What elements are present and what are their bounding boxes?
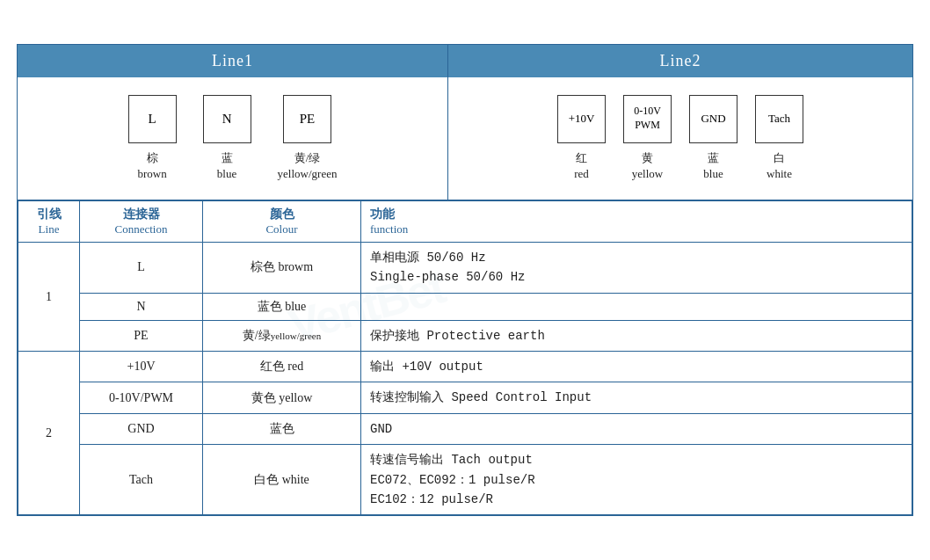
th-line-en: Line (39, 222, 60, 236)
main-container: Line1 Line2 L 棕brown N 蓝blue PE 黄/绿yello… (17, 44, 913, 517)
connector-box-GND: GND (689, 95, 737, 143)
diagram-line2: +10V 红red 0-10VPWM 黄yellow GND 蓝blue Tac… (448, 77, 912, 200)
table-wrapper: 引线 Line 连接器 Connection 颜色 Colour 功能 func… (18, 200, 912, 516)
table-row-2-GND: GND 蓝色 GND (18, 413, 912, 444)
td-conn-Tach: Tach (80, 445, 203, 515)
th-conn-en: Connection (115, 222, 168, 236)
th-func: 功能 function (361, 200, 912, 242)
td-func-Tach: 转速信号输出 Tach output EC072、EC092：1 pulse/R… (361, 445, 912, 515)
th-color: 颜色 Colour (203, 200, 361, 242)
connector-Tach: Tach 白white (755, 95, 803, 182)
connector-label-PE: 黄/绿yellow/green (278, 150, 338, 182)
td-line-2: 2 (18, 352, 80, 515)
td-func-PE: 保护接地 Protective earth (361, 320, 912, 351)
th-line-zh: 引线 (37, 207, 62, 221)
td-color-PE: 黄/绿yellow/green (203, 320, 361, 351)
connector-GND: GND 蓝blue (689, 95, 737, 182)
td-func-GND: GND (361, 413, 912, 444)
td-color-GND: 蓝色 (203, 413, 361, 444)
connector-box-Tach: Tach (755, 95, 803, 143)
connector-PWM: 0-10VPWM 黄yellow (623, 95, 672, 182)
connector-label-N: 蓝blue (217, 150, 236, 182)
td-color-L: 棕色 browm (203, 242, 361, 293)
header-line1: Line1 (18, 45, 448, 77)
connector-N: N 蓝blue (203, 95, 251, 182)
td-func-10V: 输出 +10V output (361, 352, 912, 382)
connector-label-10V: 红red (574, 150, 589, 182)
th-line: 引线 Line (18, 200, 80, 242)
th-func-en: function (370, 222, 408, 236)
td-conn-L: L (80, 242, 203, 293)
td-conn-10V: +10V (80, 352, 203, 382)
th-func-zh: 功能 (370, 207, 395, 221)
td-conn-N: N (80, 293, 203, 320)
table-row-1-PE: PE 黄/绿yellow/green 保护接地 Protective earth (18, 320, 912, 351)
td-color-N: 蓝色 blue (203, 293, 361, 320)
table-row-2-Tach: Tach 白色 white 转速信号输出 Tach output EC072、E… (18, 445, 912, 515)
connector-label-GND: 蓝blue (703, 150, 723, 182)
connector-L: L 棕brown (128, 95, 177, 182)
td-func-PWM: 转速控制输入 Speed Control Input (361, 382, 912, 413)
td-func-L: 单相电源 50/60 Hz Single-phase 50/60 Hz (361, 242, 912, 293)
diagram-line1: L 棕brown N 蓝blue PE 黄/绿yellow/green (18, 77, 448, 200)
th-color-zh: 颜色 (270, 207, 294, 221)
th-color-en: Colour (265, 222, 297, 236)
diagram-row: L 棕brown N 蓝blue PE 黄/绿yellow/green +10V… (18, 77, 912, 200)
connector-10V: +10V 红red (557, 95, 606, 182)
th-conn: 连接器 Connection (80, 200, 203, 242)
td-conn-GND: GND (80, 413, 203, 444)
connector-box-10V: +10V (557, 95, 606, 143)
td-conn-PWM: 0-10V/PWM (80, 382, 203, 413)
td-color-Tach: 白色 white (203, 445, 361, 515)
header-row: Line1 Line2 (18, 45, 912, 77)
td-conn-PE: PE (80, 320, 203, 351)
td-color-PWM: 黄色 yellow (203, 382, 361, 413)
connector-label-L: 棕brown (137, 150, 166, 182)
th-conn-zh: 连接器 (123, 207, 160, 221)
table-row-2-10V: 2 +10V 红色 red 输出 +10V output (18, 352, 912, 382)
connector-label-Tach: 白white (767, 150, 792, 182)
td-func-N (361, 293, 912, 320)
header-line2: Line2 (448, 45, 912, 77)
connector-box-PE: PE (283, 95, 331, 143)
table-header-row: 引线 Line 连接器 Connection 颜色 Colour 功能 func… (18, 200, 912, 242)
td-line-1: 1 (18, 242, 80, 351)
table-row-1-L: 1 L 棕色 browm 单相电源 50/60 Hz Single-phase … (18, 242, 912, 293)
table-row-2-PWM: 0-10V/PWM 黄色 yellow 转速控制输入 Speed Control… (18, 382, 912, 413)
connector-label-PWM: 黄yellow (632, 150, 663, 182)
data-table: 引线 Line 连接器 Connection 颜色 Colour 功能 func… (18, 200, 912, 516)
connector-box-L: L (128, 95, 177, 143)
td-color-10V: 红色 red (203, 352, 361, 382)
table-row-1-N: N 蓝色 blue (18, 293, 912, 320)
connector-PE: PE 黄/绿yellow/green (278, 95, 338, 182)
connector-box-N: N (203, 95, 251, 143)
connector-box-PWM: 0-10VPWM (623, 95, 672, 143)
